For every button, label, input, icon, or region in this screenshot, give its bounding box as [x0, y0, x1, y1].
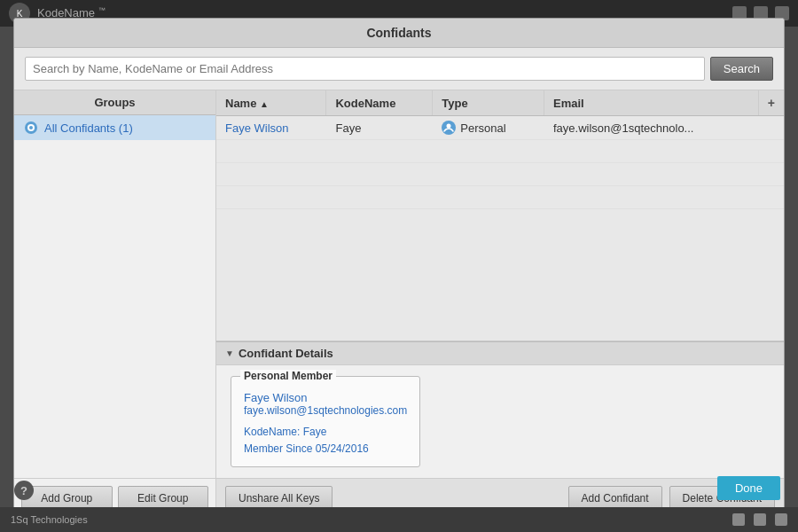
dialog-title: Confidants — [14, 19, 784, 48]
pm-info: KodeName: Faye Member Since 05/24/2016 — [244, 424, 407, 458]
cell-email: faye.wilson@1sqtechnolo... — [544, 116, 759, 140]
bottom-icon-3[interactable] — [775, 513, 787, 526]
email-value: faye.wilson@1sqtechnolo... — [553, 121, 693, 135]
cell-name[interactable]: Faye Wilson — [216, 116, 326, 140]
help-icon[interactable]: ? — [14, 481, 34, 500]
details-header[interactable]: ▼ Confidant Details — [216, 342, 784, 365]
svg-point-3 — [447, 124, 451, 129]
type-icon — [442, 121, 456, 135]
bottom-icon-2[interactable] — [754, 513, 766, 526]
bottom-icon-1[interactable] — [732, 513, 745, 526]
search-area: Search — [14, 48, 784, 90]
add-column-button[interactable]: + — [768, 96, 775, 110]
col-kodename: KodeName — [326, 90, 433, 116]
details-body: Personal Member Faye Wilson faye.wilson@… — [216, 365, 784, 478]
groups-header: Groups — [14, 90, 215, 115]
group-all-label: All Confidants (1) — [44, 121, 133, 135]
bottom-bar-controls — [732, 513, 787, 526]
type-label: Personal — [460, 121, 505, 135]
pm-name[interactable]: Faye Wilson — [244, 391, 407, 404]
pm-member-since-label: Member Since — [244, 442, 312, 455]
group-all-icon — [23, 120, 39, 136]
details-header-label: Confidant Details — [239, 347, 333, 360]
col-email: Email — [544, 90, 759, 116]
company-label: 1Sq Technologies — [11, 514, 88, 525]
right-panel: Name ▲ KodeName Type Email + — [216, 90, 784, 518]
col-type: Type — [433, 90, 544, 116]
table-row-empty — [216, 163, 784, 186]
personal-member-title: Personal Member — [240, 370, 336, 382]
main-content: Groups All Confidants (1) Add Group Edit… — [14, 90, 784, 518]
table-row[interactable]: Faye Wilson Faye — [216, 116, 784, 140]
svg-point-2 — [29, 126, 33, 129]
done-button[interactable]: Done — [717, 476, 780, 500]
name-link[interactable]: Faye Wilson — [225, 121, 289, 135]
table-row-empty — [216, 186, 784, 209]
bottom-bar: 1Sq Technologies — [0, 507, 798, 532]
groups-list: All Confidants (1) — [14, 115, 215, 478]
table-area: Name ▲ KodeName Type Email + — [216, 90, 784, 341]
collapse-icon: ▼ — [225, 348, 234, 358]
groups-panel: Groups All Confidants (1) Add Group Edit… — [14, 90, 216, 518]
table-row-empty — [216, 140, 784, 163]
sidebar-item-all-confidants[interactable]: All Confidants (1) — [14, 115, 215, 140]
col-add[interactable]: + — [758, 90, 784, 116]
personal-member-box: Personal Member Faye Wilson faye.wilson@… — [231, 376, 420, 467]
cell-type: Personal — [433, 116, 544, 140]
confidant-details-section: ▼ Confidant Details Personal Member Faye… — [216, 341, 784, 478]
cell-extra — [758, 116, 784, 140]
search-input[interactable] — [25, 57, 705, 81]
cell-kodename: Faye — [326, 116, 433, 140]
col-name[interactable]: Name ▲ — [216, 90, 326, 116]
pm-kodename-label: KodeName: — [244, 426, 300, 438]
confidants-dialog: Confidants Search Groups All Confid — [13, 18, 785, 519]
pm-email[interactable]: faye.wilson@1sqtechnologies.com — [244, 404, 407, 417]
confidants-table: Name ▲ KodeName Type Email + — [216, 90, 784, 209]
search-button[interactable]: Search — [710, 57, 773, 81]
sort-arrow-icon: ▲ — [260, 99, 269, 109]
